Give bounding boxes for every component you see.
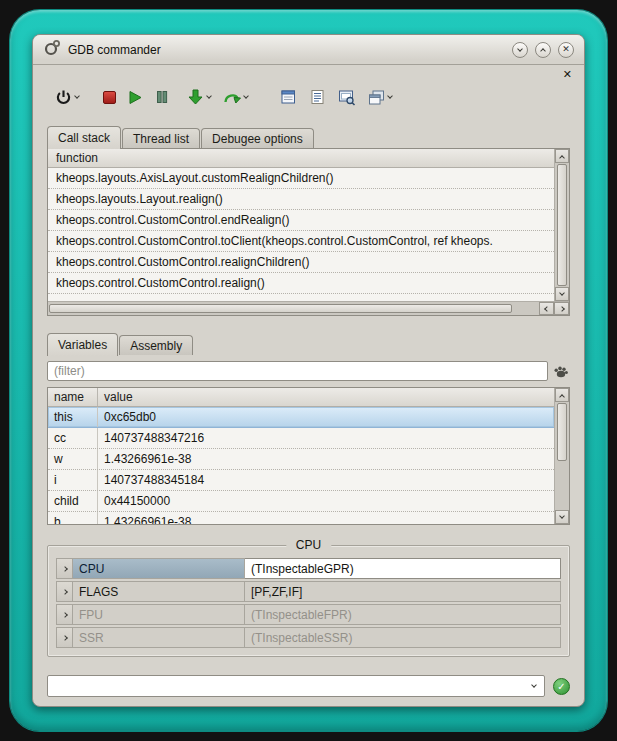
chevron-right-icon	[62, 635, 68, 641]
windows-button[interactable]	[366, 84, 394, 110]
watch-window-button[interactable]	[336, 84, 358, 110]
variable-value: 140737488345184	[98, 470, 554, 490]
tab-call-stack[interactable]: Call stack	[47, 126, 121, 149]
callstack-horizontal-scrollbar[interactable]	[48, 301, 569, 315]
step-over-icon	[223, 90, 241, 105]
callstack-row[interactable]: kheops.control.CustomControl.realign()	[48, 273, 554, 294]
command-input[interactable]	[48, 676, 524, 696]
power-button[interactable]	[53, 84, 81, 110]
stop-button[interactable]	[101, 84, 118, 110]
variable-row[interactable]: cc 140737488347216	[48, 428, 554, 449]
column-header-value[interactable]: value	[98, 388, 554, 406]
scrollbar-track[interactable]	[513, 302, 539, 315]
filter-input[interactable]	[47, 361, 548, 381]
variables-vertical-scrollbar[interactable]	[554, 388, 569, 524]
variables-panel: name value this 0xc65db0 cc 140737488347…	[47, 387, 570, 525]
tab-thread-list[interactable]: Thread list	[122, 128, 200, 148]
variable-row[interactable]: w 1.43266961e-38	[48, 449, 554, 470]
combo-dropdown-button[interactable]	[524, 683, 544, 689]
variable-row[interactable]: i 140737488345184	[48, 470, 554, 491]
expander-button[interactable]	[56, 627, 73, 648]
variable-name: this	[48, 407, 98, 427]
dropdown-chevron-icon	[206, 93, 212, 99]
scrollbar-track[interactable]	[555, 462, 569, 510]
list-button[interactable]	[307, 84, 328, 110]
variable-value: 0x44150000	[98, 491, 554, 511]
gdb-commander-window: GDB commander ✕ ✕	[32, 34, 585, 707]
maximize-button[interactable]	[535, 42, 551, 58]
scroll-down-button[interactable]	[555, 510, 569, 524]
pause-button[interactable]	[153, 84, 171, 110]
minimize-button[interactable]	[512, 42, 528, 58]
stop-icon	[103, 91, 116, 104]
variables-table: name value this 0xc65db0 cc 140737488347…	[48, 388, 554, 524]
scroll-up-button[interactable]	[555, 388, 569, 402]
scrollbar-thumb[interactable]	[557, 164, 567, 286]
expander-button[interactable]	[56, 581, 73, 602]
callstack-row[interactable]: kheops.layouts.AxisLayout.customRealignC…	[48, 168, 554, 189]
cpu-tree-row[interactable]: FPU (TInspectableFPR)	[56, 604, 561, 625]
variable-name: w	[48, 449, 98, 469]
dropdown-chevron-icon	[74, 93, 80, 99]
teal-frame: GDB commander ✕ ✕	[10, 10, 607, 731]
cpu-row-value-editor[interactable]: (TInspectableGPR)	[245, 558, 561, 579]
dropdown-chevron-icon	[387, 93, 393, 99]
variables-tabbar: Variables Assembly	[47, 332, 570, 355]
chevron-right-icon	[62, 612, 68, 618]
variable-value: 1.43266961e-38	[98, 449, 554, 469]
variable-row[interactable]: child 0x44150000	[48, 491, 554, 512]
column-header-name[interactable]: name	[48, 388, 98, 406]
scroll-left-button[interactable]	[539, 302, 554, 315]
variables-header: name value	[48, 388, 554, 407]
cpu-row-name: SSR	[73, 627, 245, 648]
expander-button[interactable]	[56, 558, 73, 579]
chevron-right-icon	[559, 306, 565, 312]
screenshot-stage: GDB commander ✕ ✕	[0, 0, 617, 741]
run-button[interactable]	[126, 84, 145, 110]
cpu-tree-row[interactable]: FLAGS [PF,ZF,IF]	[56, 581, 561, 602]
callstack-row[interactable]: kheops.layouts.Layout.realign()	[48, 189, 554, 210]
report-button[interactable]	[278, 84, 299, 110]
variable-value: 140737488347216	[98, 428, 554, 448]
callstack-tabbar: Call stack Thread list Debugee options	[47, 125, 570, 148]
scroll-down-button[interactable]	[555, 287, 569, 301]
filter-row	[47, 361, 570, 381]
callstack-column-header[interactable]: function	[48, 149, 554, 168]
send-command-button[interactable]: ✓	[553, 678, 570, 695]
cpu-tree-row[interactable]: SSR (TInspectableSSR)	[56, 627, 561, 648]
callstack-row[interactable]: kheops.control.CustomControl.endRealign(…	[48, 210, 554, 231]
variable-row[interactable]: b 1.43266961e-38	[48, 512, 554, 524]
power-icon	[55, 89, 72, 106]
callstack-row[interactable]: kheops.control.CustomControl.toClient(kh…	[48, 231, 554, 252]
step-over-button[interactable]	[221, 84, 250, 110]
cpu-tree-row[interactable]: CPU (TInspectableGPR)	[56, 558, 561, 579]
chevron-up-icon	[559, 394, 565, 400]
variable-row[interactable]: this 0xc65db0	[48, 407, 554, 428]
scrollbar-thumb[interactable]	[49, 304, 512, 313]
callstack-panel: function kheops.layouts.AxisLayout.custo…	[47, 148, 570, 316]
list-icon	[309, 89, 326, 105]
callstack-vertical-scrollbar[interactable]	[554, 149, 569, 301]
variable-value: 1.43266961e-38	[98, 512, 554, 524]
windows-icon	[368, 89, 385, 106]
step-into-button[interactable]	[185, 84, 213, 110]
callstack-list: function kheops.layouts.AxisLayout.custo…	[48, 149, 554, 301]
tab-assembly[interactable]: Assembly	[119, 335, 193, 355]
cpu-row-name: FPU	[73, 604, 245, 625]
expander-button[interactable]	[56, 604, 73, 625]
play-icon	[128, 90, 143, 105]
cpu-groupbox: CPU CPU (TInspectableGPR) FLAGS [PF,ZF,I…	[47, 545, 570, 657]
command-combobox[interactable]	[47, 675, 545, 697]
app-icon	[43, 39, 61, 61]
paw-filter-icon[interactable]	[552, 362, 570, 380]
tab-debugee-options[interactable]: Debugee options	[201, 128, 314, 148]
tab-variables[interactable]: Variables	[47, 333, 118, 356]
scroll-up-button[interactable]	[555, 149, 569, 163]
watch-window-icon	[338, 89, 356, 106]
scrollbar-thumb[interactable]	[557, 403, 567, 461]
scroll-right-button[interactable]	[554, 302, 569, 315]
titlebar[interactable]: GDB commander ✕	[33, 35, 584, 65]
callstack-row[interactable]: kheops.control.CustomControl.realignChil…	[48, 252, 554, 273]
panel-close-icon[interactable]: ✕	[563, 69, 572, 80]
close-button[interactable]: ✕	[558, 42, 574, 58]
